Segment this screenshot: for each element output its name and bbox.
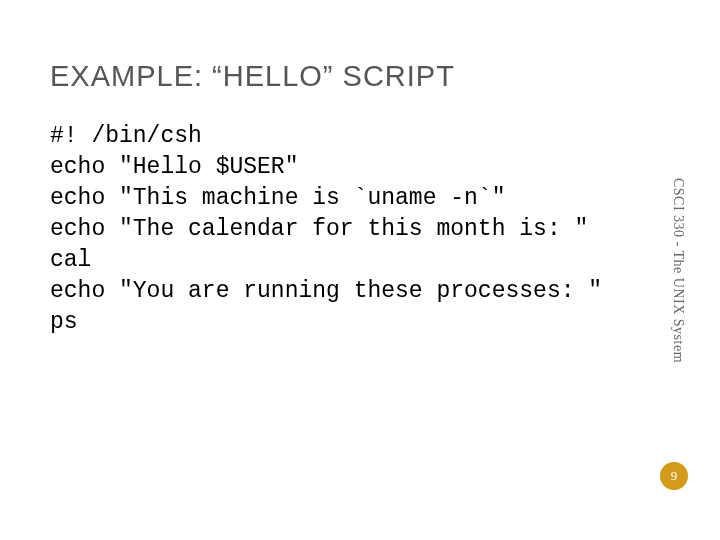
slide: EXAMPLE: “HELLO” SCRIPT #! /bin/csh echo… xyxy=(0,0,720,540)
course-label: CSCI 330 - The UNIX System xyxy=(670,178,686,363)
slide-title: EXAMPLE: “HELLO” SCRIPT xyxy=(50,60,670,93)
code-block: #! /bin/csh echo "Hello $USER" echo "Thi… xyxy=(50,121,670,338)
page-number-badge: 9 xyxy=(660,462,688,490)
page-number: 9 xyxy=(671,468,678,484)
